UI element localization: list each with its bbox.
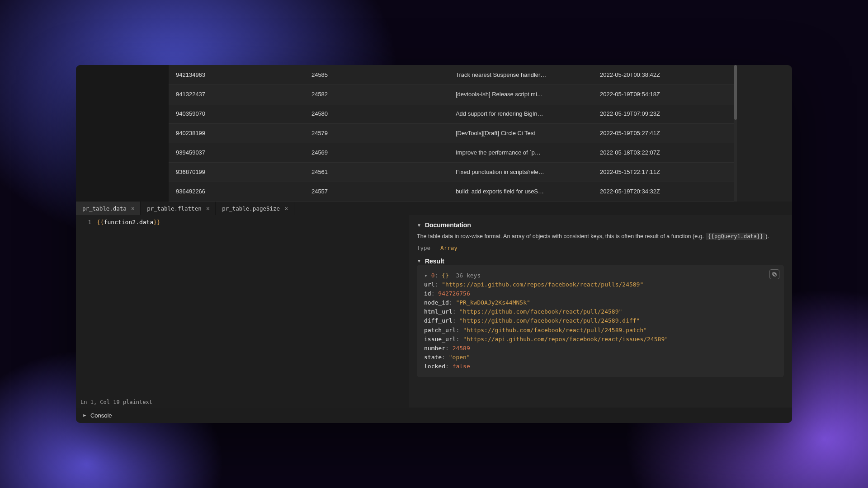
cell-title: Add support for rendering BigIn… [448,104,593,123]
result-title: Result [425,258,444,265]
chevron-down-icon: ▼ [417,258,421,263]
editor-tab[interactable]: pr_table.flatten× [141,202,216,215]
result-section: ▼ Result ▾ 0: {} 36 keys url: "https://a… [417,258,784,378]
tab-label: pr_table.pageSize [222,205,280,212]
result-line: node_id: "PR_kwDOAJy2Ks44MN5k" [424,298,777,307]
result-line: patch_url: "https://github.com/facebook/… [424,326,777,335]
code-line: {{function2.data}} [97,218,160,397]
tab-label: pr_table.flatten [147,205,201,212]
result-box: ▾ 0: {} 36 keys url: "https://api.github… [417,265,784,378]
copy-icon [772,272,777,277]
documentation-title: Documentation [425,221,471,229]
documentation-body: The table data in row-wise format. An ar… [417,232,784,241]
cell-id: 941322437 [169,84,304,104]
cell-id: 936492266 [169,182,304,201]
cell-number: 24585 [304,65,448,84]
result-line: url: "https://api.github.com/repos/faceb… [424,280,777,289]
cell-timestamp: 2022-05-19T09:54:18Z [593,84,737,104]
cell-id: 939459037 [169,143,304,162]
cell-number: 24557 [304,182,448,201]
editor-tab[interactable]: pr_table.data× [76,202,141,215]
cell-id: 940359070 [169,104,304,123]
table-row[interactable]: 93687019924561Fixed punctuation in scrip… [169,162,737,182]
console-label: Console [90,412,112,419]
mid-area: 1 {{function2.data}} Ln 1, Col 19 plaint… [76,215,792,408]
cell-timestamp: 2022-05-19T05:27:41Z [593,123,737,143]
editor-tabs: pr_table.data×pr_table.flatten×pr_table.… [76,202,792,215]
table-row[interactable]: 94132243724582[devtools-ish] Release scr… [169,84,737,104]
type-value: Array [440,244,458,251]
cell-title: build: add exports field for useS… [448,182,593,201]
cell-timestamp: 2022-05-15T22:17:11Z [593,162,737,182]
svg-rect-1 [773,272,775,275]
cell-timestamp: 2022-05-18T03:22:07Z [593,143,737,162]
cell-timestamp: 2022-05-19T07:09:23Z [593,104,737,123]
cell-number: 24579 [304,123,448,143]
cell-title: [devtools-ish] Release script mi… [448,84,593,104]
table-scrollbar[interactable] [734,65,737,202]
result-line: number: 24589 [424,344,777,353]
result-line: diff_url: "https://github.com/facebook/r… [424,316,777,325]
cell-id: 940238199 [169,123,304,143]
scrollbar-thumb[interactable] [734,65,737,120]
result-line: issue_url: "https://api.github.com/repos… [424,335,777,344]
top-area: 94213496324585Track nearest Suspense han… [76,65,792,202]
cell-timestamp: 2022-05-19T20:34:32Z [593,182,737,201]
editor-pane: 1 {{function2.data}} Ln 1, Col 19 plaint… [76,215,409,408]
result-line: locked: false [424,362,777,371]
result-header[interactable]: ▼ Result [417,258,784,265]
right-gutter [737,65,792,202]
cell-title: [DevTools][Draft] Circle Ci Test [448,123,593,143]
table-row[interactable]: 94023819924579[DevTools][Draft] Circle C… [169,123,737,143]
close-icon[interactable]: × [131,205,135,212]
doc-code-example: {{pgQuery1.data}} [706,233,766,240]
editor-tab[interactable]: pr_table.pageSize× [216,202,294,215]
table-row[interactable]: 94035907024580Add support for rendering … [169,104,737,123]
cell-id: 936870199 [169,162,304,182]
chevron-down-icon: ▼ [417,223,421,228]
cell-title: Track nearest Suspense handler… [448,65,593,84]
left-sidebar [76,65,169,202]
chevron-up-icon: ▼ [82,413,87,418]
copy-button[interactable] [769,269,779,279]
close-icon[interactable]: × [284,205,288,212]
documentation-header[interactable]: ▼ Documentation [417,221,784,229]
table-row[interactable]: 94213496324585Track nearest Suspense han… [169,65,737,84]
close-icon[interactable]: × [206,205,210,212]
cell-title: Improve the performance of `p… [448,143,593,162]
table-row[interactable]: 93649226624557build: add exports field f… [169,182,737,201]
cell-number: 24582 [304,84,448,104]
result-line: id: 942726756 [424,289,777,298]
inspector-pane: ▼ Documentation The table data in row-wi… [409,215,792,408]
cell-number: 24580 [304,104,448,123]
code-editor[interactable]: 1 {{function2.data}} [76,215,409,397]
cell-number: 24569 [304,143,448,162]
documentation-section: ▼ Documentation The table data in row-wi… [417,221,784,251]
editor-status: Ln 1, Col 19 plaintext [76,397,409,408]
svg-rect-0 [774,273,776,276]
line-gutter: 1 [76,218,97,397]
cell-title: Fixed punctuation in scripts/rele… [448,162,593,182]
cell-id: 942134963 [169,65,304,84]
pr-table: 94213496324585Track nearest Suspense han… [169,65,737,202]
tab-label: pr_table.data [82,205,127,212]
result-line: html_url: "https://github.com/facebook/r… [424,307,777,316]
result-object-header[interactable]: ▾ 0: {} 36 keys [424,271,777,280]
cell-number: 24561 [304,162,448,182]
console-toggle[interactable]: ▼ Console [76,408,792,423]
table-row[interactable]: 93945903724569Improve the performance of… [169,143,737,162]
type-label: Type [417,244,430,251]
cell-timestamp: 2022-05-20T00:38:42Z [593,65,737,84]
type-row: Type Array [417,244,784,251]
app-window: 94213496324585Track nearest Suspense han… [76,65,792,423]
data-table: 94213496324585Track nearest Suspense han… [169,65,737,202]
result-line: state: "open" [424,353,777,362]
